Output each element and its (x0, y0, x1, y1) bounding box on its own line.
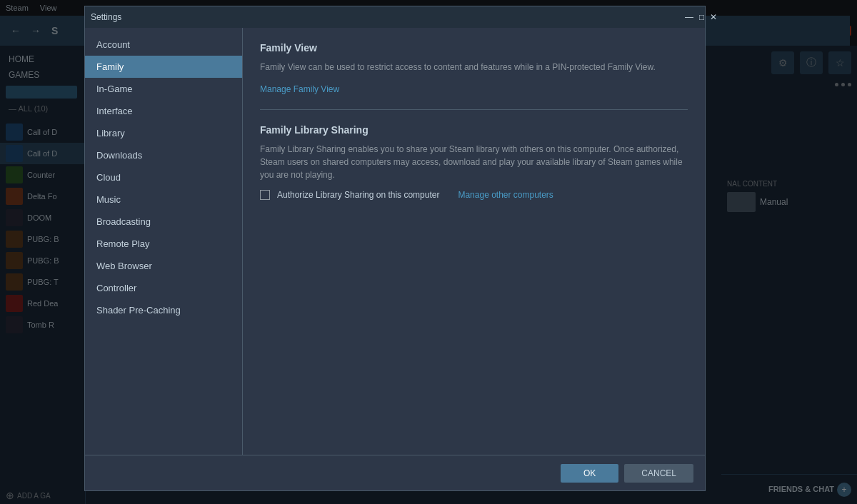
settings-nav-item-music[interactable]: Music (85, 188, 242, 211)
settings-nav-item-in-game[interactable]: In-Game (85, 78, 242, 100)
family-view-title: Family View (260, 42, 688, 54)
settings-nav-item-controller[interactable]: Controller (85, 277, 242, 299)
settings-nav-item-account[interactable]: Account (85, 34, 242, 56)
settings-nav-item-broadcasting[interactable]: Broadcasting (85, 211, 242, 233)
settings-nav-item-downloads[interactable]: Downloads (85, 144, 242, 166)
settings-nav-item-library[interactable]: Library (85, 122, 242, 144)
dialog-window-controls: — □ ✕ (685, 12, 699, 22)
dialog-minimize-button[interactable]: — (685, 12, 693, 22)
section-divider (260, 109, 688, 110)
library-sharing-row: Authorize Library Sharing on this comput… (260, 190, 688, 200)
dialog-footer: OK CANCEL (85, 455, 705, 490)
dialog-maximize-button[interactable]: □ (699, 12, 704, 22)
settings-content-area: Family View Family View can be used to r… (242, 28, 705, 455)
ok-button[interactable]: OK (561, 464, 618, 483)
library-sharing-checkbox[interactable] (260, 190, 270, 200)
manage-computers-link[interactable]: Manage other computers (458, 190, 553, 200)
settings-nav-item-family[interactable]: Family (85, 56, 242, 78)
dialog-title: Settings (91, 12, 121, 22)
settings-nav-item-remote-play[interactable]: Remote Play (85, 233, 242, 255)
family-sharing-title: Family Library Sharing (260, 124, 688, 136)
settings-nav-item-interface[interactable]: Interface (85, 100, 242, 122)
family-sharing-section: Family Library Sharing Family Library Sh… (260, 124, 688, 200)
cancel-button[interactable]: CANCEL (624, 464, 693, 483)
settings-nav-item-web-browser[interactable]: Web Browser (85, 255, 242, 277)
library-sharing-label: Authorize Library Sharing on this comput… (277, 190, 439, 200)
dialog-titlebar: Settings — □ ✕ (85, 6, 705, 28)
dialog-body: AccountFamilyIn-GameInterfaceLibraryDown… (85, 28, 705, 455)
settings-dialog: Settings — □ ✕ AccountFamilyIn-GameInter… (84, 6, 706, 491)
settings-nav-item-shader-pre-caching[interactable]: Shader Pre-Caching (85, 299, 242, 321)
dialog-close-button[interactable]: ✕ (710, 12, 717, 22)
settings-nav-item-cloud[interactable]: Cloud (85, 166, 242, 188)
settings-nav: AccountFamilyIn-GameInterfaceLibraryDown… (85, 28, 242, 455)
family-sharing-desc: Family Library Sharing enables you to sh… (260, 143, 688, 181)
family-view-desc: Family View can be used to restrict acce… (260, 61, 688, 74)
manage-family-view-link[interactable]: Manage Family View (260, 84, 339, 94)
family-view-section: Family View Family View can be used to r… (260, 42, 688, 95)
